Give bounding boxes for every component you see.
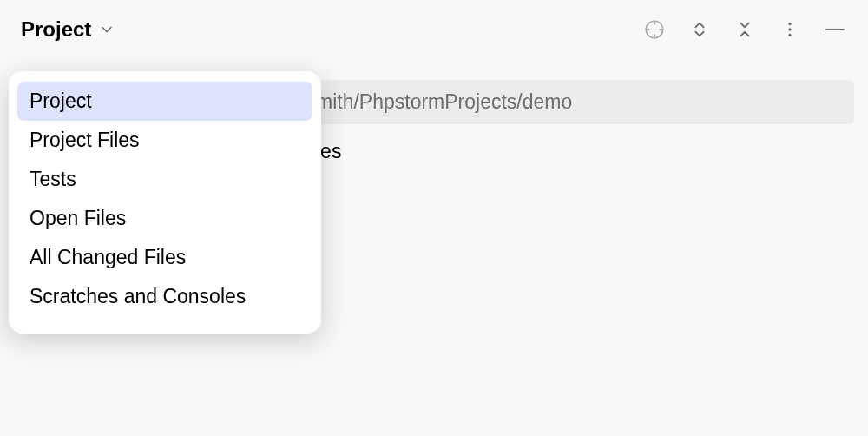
dropdown-item-label: Project (30, 89, 92, 112)
view-selector-dropdown: ProjectProject FilesTestsOpen FilesAll C… (9, 71, 321, 334)
dropdown-item-label: All Changed Files (30, 246, 186, 268)
toolbar-left-group: Project (21, 17, 115, 42)
svg-point-6 (788, 28, 791, 30)
dropdown-item-label: Open Files (30, 207, 126, 229)
chevron-down-icon (98, 21, 115, 38)
toolbar-right-group (642, 17, 847, 42)
more-options-icon[interactable] (778, 17, 802, 42)
collapse-all-icon[interactable] (733, 17, 757, 42)
dropdown-item-label: Project Files (30, 129, 140, 151)
target-icon[interactable] (642, 17, 667, 42)
minimize-icon[interactable] (823, 17, 847, 42)
project-path-text: mith/PhpstormProjects/demo (316, 90, 572, 113)
project-toolbar: Project (0, 0, 868, 59)
dropdown-item-label: Tests (30, 168, 76, 190)
dropdown-item[interactable]: Scratches and Consoles (17, 277, 312, 316)
svg-point-7 (788, 34, 791, 36)
dropdown-item[interactable]: Tests (17, 160, 312, 199)
dropdown-item-label: Scratches and Consoles (30, 285, 246, 307)
svg-point-5 (788, 23, 791, 25)
dropdown-item[interactable]: Open Files (17, 199, 312, 238)
dropdown-item[interactable]: Project (17, 82, 312, 121)
dropdown-item[interactable]: Project Files (17, 121, 312, 160)
view-selector[interactable]: Project (21, 17, 115, 42)
view-selector-label: Project (21, 17, 91, 42)
expand-collapse-icon[interactable] (687, 17, 712, 42)
dropdown-item[interactable]: All Changed Files (17, 238, 312, 277)
